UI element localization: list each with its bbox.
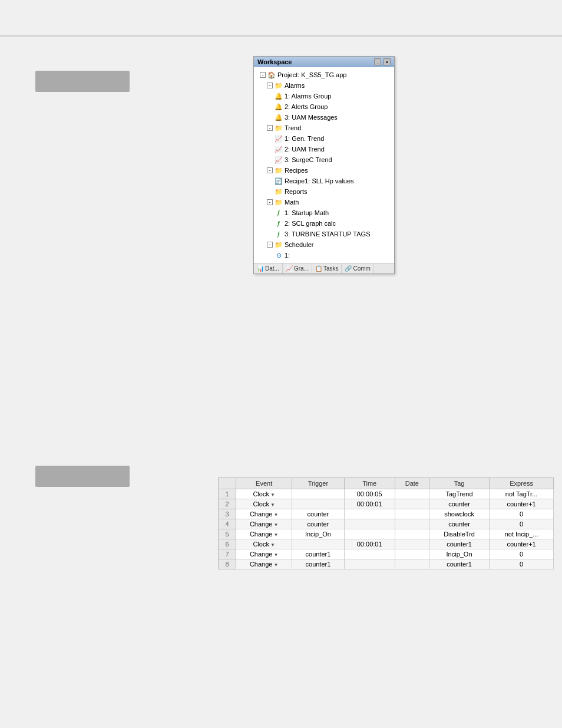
row-event-8[interactable]: Change▼ [236, 559, 292, 569]
row-tag-3: showclock [429, 509, 489, 519]
tab-tasks[interactable]: 📋 Tasks [312, 263, 342, 274]
tab-tasks-icon: 📋 [315, 265, 322, 272]
row-event-3[interactable]: Change▼ [236, 509, 292, 519]
trend-icon-1: 📈 [274, 134, 283, 143]
clock-icon-1: ⊙ [274, 251, 283, 260]
tree-turbine-startup[interactable]: ƒ 3: TURBINE STARTUP TAGS [255, 229, 393, 239]
row-expression-4: 0 [490, 519, 554, 529]
scheduler-table-container: Event Trigger Time Date Tag Express 1 Cl… [218, 477, 554, 569]
tree-gen-trend[interactable]: 📈 1: Gen. Trend [255, 133, 393, 144]
alarms-group1-label: 1: Alarms Group [285, 91, 331, 101]
event-dropdown-arrow[interactable]: ▼ [273, 532, 278, 538]
tab-gra[interactable]: 📈 Gra... [283, 263, 312, 274]
workspace-panel: Workspace _ × - 🏠 Project: K_SS5_TG.app … [253, 56, 395, 274]
event-dropdown-arrow[interactable]: ▼ [273, 512, 278, 518]
recipes-label: Recipes [285, 166, 308, 175]
expand-icon-math[interactable]: - [267, 199, 273, 205]
row-event-7[interactable]: Change▼ [236, 549, 292, 559]
tree-uam-trend[interactable]: 📈 2: UAM Trend [255, 144, 393, 154]
tree-recipes[interactable]: - 📁 Recipes [255, 165, 393, 176]
project-label: Project: K_SS5_TG.app [277, 70, 346, 80]
row-date-8 [395, 559, 429, 569]
table-row: 8 Change▼ counter1 counter1 0 [219, 559, 554, 569]
row-tag-7: Incip_On [429, 549, 489, 559]
expand-icon-recipes[interactable]: - [267, 167, 273, 173]
surgec-trend-label: 3: SurgeC Trend [285, 155, 332, 164]
tab-comm[interactable]: 🔗 Comm [342, 263, 373, 274]
close-button[interactable]: × [384, 58, 391, 65]
tree-math[interactable]: - 📁 Math [255, 197, 393, 207]
trend-label: Trend [285, 123, 301, 133]
reports-label: Reports [285, 187, 308, 196]
tab-gra-label: Gra... [294, 265, 309, 272]
tree-alarms-group1[interactable]: 🔔 1: Alarms Group [255, 91, 393, 101]
tree-reports[interactable]: 📁 Reports [255, 186, 393, 197]
tab-dat[interactable]: 📊 Dat... [254, 263, 283, 274]
row-num-6: 6 [219, 539, 236, 549]
workspace-titlebar: Workspace _ × [254, 57, 394, 67]
table-row: 6 Clock▼ 00:00:01 counter1 counter+1 [219, 539, 554, 549]
tree-trend[interactable]: - 📁 Trend [255, 123, 393, 133]
tree-startup-math[interactable]: ƒ 1: Startup Math [255, 207, 393, 218]
trend-icon-2: 📈 [274, 144, 283, 154]
tree-recipe1[interactable]: 🔄 Recipe1: SLL Hp values [255, 176, 393, 186]
alarm-icon-1: 🔔 [274, 91, 283, 101]
tree-alarms[interactable]: - 📁 Alarms [255, 80, 393, 91]
row-trigger-4[interactable]: counter [292, 519, 344, 529]
scl-graph-label: 2: SCL graph calc [285, 219, 336, 228]
row-num-4: 4 [219, 519, 236, 529]
row-num-1: 1 [219, 489, 236, 499]
row-expression-1: not TagTr... [490, 489, 554, 499]
project-icon: 🏠 [267, 70, 276, 80]
tab-gra-icon: 📈 [286, 265, 293, 272]
row-date-2 [395, 499, 429, 509]
alarms-label: Alarms [285, 81, 305, 90]
row-trigger-6[interactable] [292, 539, 344, 549]
row-event-6[interactable]: Clock▼ [236, 539, 292, 549]
tree-scheduler[interactable]: - 📁 Scheduler [255, 239, 393, 250]
expand-icon-trend[interactable]: - [267, 125, 273, 131]
tree-root[interactable]: - 🏠 Project: K_SS5_TG.app [255, 70, 393, 80]
folder-icon-alarms: 📁 [274, 81, 283, 90]
row-num-2: 2 [219, 499, 236, 509]
event-dropdown-arrow[interactable]: ▼ [273, 552, 278, 558]
row-event-4[interactable]: Change▼ [236, 519, 292, 529]
event-dropdown-arrow[interactable]: ▼ [270, 542, 275, 548]
expand-icon-alarms[interactable]: - [267, 83, 273, 88]
table-row: 4 Change▼ counter counter 0 [219, 519, 554, 529]
tree-uam-messages[interactable]: 🔔 3: UAM Messages [255, 112, 393, 123]
row-trigger-5[interactable]: Incip_On [292, 529, 344, 539]
row-date-3 [395, 509, 429, 519]
row-event-5[interactable]: Change▼ [236, 529, 292, 539]
table-row: 3 Change▼ counter showclock 0 [219, 509, 554, 519]
row-event-1[interactable]: Clock▼ [236, 489, 292, 499]
math-icon-1: ƒ [274, 208, 283, 218]
row-event-2[interactable]: Clock▼ [236, 499, 292, 509]
row-date-4 [395, 519, 429, 529]
row-expression-5: not Incip_... [490, 529, 554, 539]
tree-scheduler-1[interactable]: ⊙ 1: [255, 250, 393, 261]
row-tag-8: counter1 [429, 559, 489, 569]
row-trigger-2[interactable] [292, 499, 344, 509]
alarms-group2-label: 2: Alerts Group [285, 102, 328, 111]
row-trigger-8[interactable]: counter1 [292, 559, 344, 569]
row-time-5 [344, 529, 395, 539]
row-trigger-3[interactable]: counter [292, 509, 344, 519]
event-dropdown-arrow[interactable]: ▼ [273, 522, 278, 528]
event-dropdown-arrow[interactable]: ▼ [270, 502, 275, 508]
tree-alerts-group2[interactable]: 🔔 2: Alerts Group [255, 101, 393, 112]
uam-messages-label: 3: UAM Messages [285, 113, 338, 122]
event-dropdown-arrow[interactable]: ▼ [270, 492, 275, 498]
uam-trend-label: 2: UAM Trend [285, 144, 325, 154]
row-trigger-7[interactable]: counter1 [292, 549, 344, 559]
tree-surgec-trend[interactable]: 📈 3: SurgeC Trend [255, 154, 393, 165]
expand-icon-scheduler[interactable]: - [267, 242, 273, 248]
event-dropdown-arrow[interactable]: ▼ [273, 562, 278, 568]
minimize-button[interactable]: _ [374, 58, 381, 65]
tab-dat-label: Dat... [265, 265, 279, 272]
row-trigger-1[interactable] [292, 489, 344, 499]
workspace-tree: - 🏠 Project: K_SS5_TG.app - 📁 Alarms 🔔 1… [254, 67, 394, 263]
folder-icon-trend: 📁 [274, 123, 283, 133]
expand-icon-root[interactable]: - [260, 72, 266, 78]
tree-scl-graph[interactable]: ƒ 2: SCL graph calc [255, 218, 393, 229]
